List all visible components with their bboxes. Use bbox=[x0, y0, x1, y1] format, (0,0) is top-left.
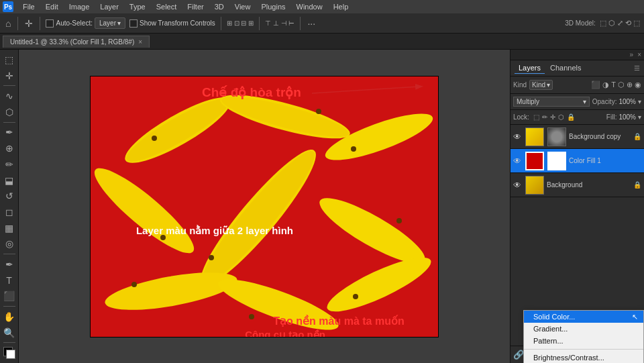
fill-control: Fill: 100% ▾ bbox=[606, 113, 641, 121]
svg-text:Tạo nền màu mà ta muốn: Tạo nền màu mà ta muốn bbox=[273, 315, 404, 327]
auto-select-checkbox[interactable] bbox=[46, 19, 54, 28]
opacity-value[interactable]: 100% bbox=[619, 98, 636, 105]
pixel-filter-icon[interactable]: ⬛ bbox=[591, 81, 600, 89]
panel-close-btn[interactable]: × bbox=[637, 51, 641, 58]
blur-tool[interactable]: ◎ bbox=[2, 236, 17, 251]
menu-layer[interactable]: Layer bbox=[99, 3, 120, 11]
filter-toggle[interactable]: ◉ bbox=[635, 81, 641, 89]
text-tool[interactable]: T bbox=[2, 273, 17, 288]
visibility-toggle-1[interactable]: 👁 bbox=[513, 156, 523, 166]
panel-menu-icon[interactable]: ☰ bbox=[634, 64, 640, 72]
visibility-toggle-0[interactable]: 👁 bbox=[513, 132, 523, 142]
svg-point-21 bbox=[353, 294, 358, 299]
shape-tool[interactable]: ⬛ bbox=[2, 289, 17, 303]
lock-label: Lock: bbox=[513, 113, 529, 121]
lock-all-icon[interactable]: 🔒 bbox=[567, 113, 575, 121]
svg-text:Layer màu nằm giữa 2 layer hìn: Layer màu nằm giữa 2 layer hình bbox=[136, 225, 293, 236]
layer-mask-0 bbox=[547, 127, 566, 146]
cm-solid-color[interactable]: Solid Color... ↖ bbox=[524, 311, 643, 323]
lock-artboard-icon[interactable]: ⬡ bbox=[558, 113, 564, 121]
svg-point-18 bbox=[396, 218, 402, 223]
context-menu: Solid Color... ↖ Gradient... Pattern... … bbox=[523, 310, 644, 363]
lock-pixels-icon[interactable]: ✏ bbox=[542, 113, 547, 121]
pen-tool[interactable]: ✒ bbox=[2, 257, 17, 272]
visibility-toggle-2[interactable]: 👁 bbox=[513, 180, 523, 190]
menu-3d[interactable]: 3D bbox=[213, 3, 225, 11]
history-tool[interactable]: ↺ bbox=[2, 189, 17, 203]
layer-filter-icons: ⬛ ◑ T ⬡ ⊕ ◉ bbox=[591, 81, 641, 89]
active-tab[interactable]: Untitled-1 @ 33.3% (Color Fill 1, RGB/8#… bbox=[3, 36, 150, 48]
layer-item-background-copy[interactable]: 👁 Background copy 🔒 bbox=[511, 125, 644, 149]
panel-collapse-arrows[interactable]: » bbox=[630, 51, 634, 58]
brush-tool[interactable]: ✏ bbox=[2, 157, 17, 172]
show-transform-label: Show Transform Controls bbox=[140, 19, 215, 27]
cm-gradient[interactable]: Gradient... bbox=[524, 323, 643, 335]
zoom-tool[interactable]: 🔍 bbox=[2, 325, 17, 340]
lock-position-icon[interactable]: ✛ bbox=[550, 113, 555, 121]
link-icon[interactable]: 🔗 bbox=[513, 350, 524, 360]
clone-tool[interactable]: ⬓ bbox=[2, 173, 17, 188]
shape-filter-icon[interactable]: ⬡ bbox=[618, 81, 625, 89]
layer-thumb-0 bbox=[525, 127, 544, 146]
adjustment-filter-icon[interactable]: ◑ bbox=[602, 81, 609, 89]
menu-select[interactable]: Select bbox=[155, 3, 178, 11]
smart-filter-icon[interactable]: ⊕ bbox=[627, 81, 633, 89]
menu-window[interactable]: Window bbox=[295, 3, 324, 11]
svg-point-13 bbox=[152, 136, 157, 141]
move-tool-icon[interactable]: ✛ bbox=[23, 17, 34, 30]
menu-file[interactable]: File bbox=[21, 3, 36, 11]
tab-channels[interactable]: Channels bbox=[546, 62, 585, 74]
layers-panel: Kind Kind▾ ⬛ ◑ T ⬡ ⊕ ◉ Multiply ▾ bbox=[511, 76, 644, 363]
lock-transparent-icon[interactable]: ⬚ bbox=[533, 113, 539, 121]
cm-pattern[interactable]: Pattern... bbox=[524, 335, 643, 347]
auto-select-label: Auto-Select: bbox=[56, 19, 92, 27]
layer-item-color-fill[interactable]: 👁 Color Fill 1 Solid Color... ↖ Gradient… bbox=[511, 149, 644, 173]
eraser-tool[interactable]: ◻ bbox=[2, 205, 17, 219]
menu-help[interactable]: Help bbox=[332, 3, 350, 11]
tab-close-button[interactable]: × bbox=[138, 38, 142, 46]
lasso-tool[interactable]: ∿ bbox=[2, 89, 17, 103]
tab-title: Untitled-1 @ 33.3% (Color Fill 1, RGB/8#… bbox=[10, 38, 134, 46]
layer-name-2: Background bbox=[547, 181, 631, 189]
svg-point-15 bbox=[351, 146, 356, 152]
fill-value[interactable]: 100% bbox=[619, 113, 636, 121]
blend-dropdown-arrow: ▾ bbox=[583, 98, 586, 105]
hand-tool[interactable]: ✋ bbox=[2, 309, 17, 324]
gradient-tool[interactable]: ▦ bbox=[2, 221, 17, 236]
layer-name-0: Background copy bbox=[569, 133, 631, 140]
fill-arrow: ▾ bbox=[638, 113, 641, 121]
svg-point-17 bbox=[209, 255, 214, 260]
cm-brightness-contrast[interactable]: Brightness/Contrast... bbox=[524, 352, 643, 363]
menu-view[interactable]: View bbox=[233, 3, 252, 11]
panel-tab-bar: Layers Channels ☰ bbox=[511, 60, 644, 76]
selection-tool[interactable]: ⬚ bbox=[2, 52, 17, 67]
foreground-color[interactable] bbox=[2, 346, 17, 360]
menu-bar: Ps File Edit Image Layer Type Select Fil… bbox=[0, 0, 644, 13]
menu-image[interactable]: Image bbox=[68, 3, 91, 11]
svg-point-20 bbox=[249, 314, 254, 319]
home-icon[interactable]: ⌂ bbox=[4, 17, 12, 30]
more-options-icon[interactable]: ··· bbox=[306, 17, 317, 30]
svg-point-19 bbox=[131, 282, 137, 287]
move-tool[interactable]: ✛ bbox=[2, 68, 17, 83]
cm-sep-1 bbox=[524, 349, 643, 350]
blend-mode-dropdown[interactable]: Multiply ▾ bbox=[513, 97, 590, 107]
type-filter-icon[interactable]: T bbox=[611, 81, 616, 89]
crop-tool[interactable]: ⬡ bbox=[2, 105, 17, 119]
menu-type[interactable]: Type bbox=[128, 3, 147, 11]
left-toolbar: ⬚ ✛ ∿ ⬡ ✒ ⊕ ✏ ⬓ ↺ ◻ ▦ ◎ ✒ T ⬛ ✋ 🔍 bbox=[0, 50, 19, 363]
show-transform-checkbox[interactable] bbox=[129, 19, 138, 28]
auto-select-row: Auto-Select: Layer▾ bbox=[46, 17, 125, 29]
eyedropper-tool[interactable]: ✒ bbox=[2, 125, 17, 140]
transform-icons: ⊞ ⊡ ⊟ ⊞ bbox=[227, 19, 254, 27]
layer-item-background[interactable]: 👁 Background 🔒 bbox=[511, 173, 644, 197]
heal-tool[interactable]: ⊕ bbox=[2, 141, 17, 156]
auto-select-dropdown[interactable]: Layer▾ bbox=[95, 17, 125, 29]
svg-point-14 bbox=[316, 109, 321, 114]
menu-edit[interactable]: Edit bbox=[44, 3, 60, 11]
tab-layers[interactable]: Layers bbox=[515, 62, 545, 74]
kind-dropdown[interactable]: Kind▾ bbox=[529, 80, 553, 90]
tool-sep-5 bbox=[3, 342, 15, 343]
menu-filter[interactable]: Filter bbox=[186, 3, 205, 11]
menu-plugins[interactable]: Plugins bbox=[260, 3, 286, 11]
